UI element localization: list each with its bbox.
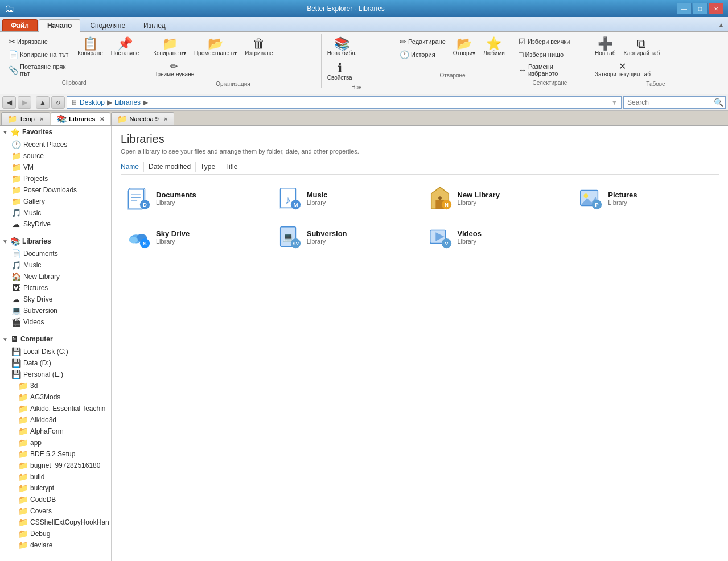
col-title[interactable]: Title <box>220 162 242 172</box>
open-button[interactable]: 📂 Отвори▾ <box>450 35 479 59</box>
sidebar-header-computer[interactable]: ▼ 🖥 Computer <box>0 333 111 345</box>
sidebar-item-bugnet[interactable]: 📁bugnet_997282516180 <box>0 460 111 471</box>
library-item-pictures[interactable]: P Pictures Library <box>573 182 719 214</box>
sidebar-item-pictures[interactable]: 🖼Pictures <box>0 282 111 294</box>
copy-to-button[interactable]: 📁 Копиране в▾ <box>150 35 190 59</box>
sidebar-item-alphaform[interactable]: 📁AlphaForm <box>0 426 111 437</box>
sidebar-item-3d[interactable]: 📁3d <box>0 380 111 391</box>
sidebar-item-poser[interactable]: 📁Poser Downloads <box>0 184 111 196</box>
edit-button[interactable]: ✏Редактиране <box>397 35 449 48</box>
sidebar-item-covers[interactable]: 📁Covers <box>0 505 111 517</box>
up-button[interactable]: ▲ <box>36 96 50 109</box>
sidebar-header-libraries[interactable]: ▼ 📚 Libraries <box>0 235 111 247</box>
tab-libraries-icon: 📚 <box>57 114 67 123</box>
refresh-button[interactable]: ↻ <box>51 96 65 109</box>
properties-button[interactable]: ℹ Свойства <box>324 60 356 83</box>
sidebar-item-recent[interactable]: 🕐Recent Places <box>0 139 111 150</box>
address-box[interactable]: 🖥 Desktop ▶ Libraries ▶ ▼ <box>67 96 622 109</box>
library-item-videos[interactable]: V Videos Library <box>422 220 569 253</box>
close-button[interactable]: ✕ <box>709 3 723 14</box>
sidebar-item-music[interactable]: 🎵Music <box>0 259 111 271</box>
sidebar-item-d[interactable]: 💾Data (D:) <box>0 357 111 369</box>
tab-file[interactable]: Файл <box>2 19 38 31</box>
breadcrumb-libraries[interactable]: Libraries <box>114 98 141 106</box>
forward-button[interactable]: ▶ <box>18 96 31 109</box>
col-date[interactable]: Date modified <box>144 162 196 172</box>
select-all-button[interactable]: ☑Избери всички <box>516 35 584 48</box>
tab-view[interactable]: Изглед <box>135 19 174 31</box>
sidebar-item-app[interactable]: 📁app <box>0 437 111 448</box>
library-item-subversion[interactable]: 💻 SV Subversion Library <box>272 220 418 253</box>
sidebar-item-ag3mods[interactable]: 📁AG3Mods <box>0 391 111 403</box>
library-item-skydrive[interactable]: S Sky Drive Library <box>121 220 267 253</box>
sidebar-item-gallery[interactable]: 📁Gallery <box>0 196 111 207</box>
tab-home[interactable]: Начало <box>39 19 80 32</box>
sidebar-item-codedb[interactable]: 📁CodeDB <box>0 494 111 505</box>
col-type[interactable]: Type <box>196 162 220 172</box>
select-none-button[interactable]: □Избери нищо <box>516 48 584 61</box>
sidebar-item-bulcrypt[interactable]: 📁bulcrypt <box>0 482 111 494</box>
maximize-button[interactable]: □ <box>693 3 708 14</box>
pictures-name: Pictures <box>608 191 637 199</box>
new-library-button[interactable]: 📚 Нова библ. <box>324 35 360 59</box>
sidebar-item-c[interactable]: 💾Local Disk (C:) <box>0 346 111 357</box>
sidebar-computer-section: 💾Local Disk (C:) 💾Data (D:) 💾Personal (E… <box>0 345 111 552</box>
address-dropdown[interactable]: ▼ <box>611 99 618 106</box>
tab-share[interactable]: Споделяне <box>81 19 134 31</box>
move-to-button[interactable]: 📂 Преместване в▾ <box>191 35 240 59</box>
sidebar-item-documents[interactable]: 📄Documents <box>0 248 111 259</box>
sidebar-item-newlibrary[interactable]: 🏠New Library <box>0 271 111 282</box>
paste-button[interactable]: 📌 Поставяне <box>108 35 142 59</box>
sidebar-item-deviare[interactable]: 📁deviare <box>0 539 111 551</box>
sidebar-item-projects[interactable]: 📁Projects <box>0 173 111 184</box>
tab-libraries-close[interactable]: ✕ <box>100 116 104 122</box>
cut-button[interactable]: ✂Изрязване <box>6 35 73 48</box>
sidebar-item-debug[interactable]: 📁Debug <box>0 528 111 539</box>
search-input[interactable] <box>623 96 726 109</box>
tab-temp[interactable]: 📁 Temp ✕ <box>1 112 50 125</box>
tab-temp-close[interactable]: ✕ <box>39 116 44 122</box>
library-item-documents[interactable]: D Documents Library <box>121 182 267 214</box>
library-item-music[interactable]: ♪ M Music Library <box>272 182 418 214</box>
sidebar-item-aikido3d[interactable]: 📁Aikido3d <box>0 414 111 426</box>
sidebar-item-skydrive[interactable]: ☁Sky Drive <box>0 294 111 305</box>
newlibrary-info: New Library Library <box>458 191 500 206</box>
invert-selection-button[interactable]: ↔Размени избраното <box>516 61 584 79</box>
rename-button[interactable]: ✏ Преиме-нуване <box>150 60 198 80</box>
tab-naredba-close[interactable]: ✕ <box>163 116 168 122</box>
sidebar-item-build[interactable]: 📁build <box>0 471 111 482</box>
sidebar-item-vm[interactable]: 📁VM <box>0 162 111 173</box>
copy-path-button[interactable]: 📄Копиране на път <box>6 48 73 61</box>
favorites-button[interactable]: ⭐ Любими <box>480 35 508 59</box>
sidebar-item-csshell[interactable]: 📁CSShellExtCopyHookHan <box>0 517 111 528</box>
sidebar-item-music-fav[interactable]: 🎵Music <box>0 207 111 218</box>
library-item-newlibrary[interactable]: N New Library Library <box>422 182 569 214</box>
new-tab-button[interactable]: ➕ Нов таб <box>591 35 619 59</box>
breadcrumb-desktop[interactable]: Desktop <box>80 98 105 106</box>
delete-button[interactable]: 🗑 Изтриване <box>241 35 276 59</box>
tab-libraries[interactable]: 📚 Libraries ✕ <box>51 112 110 125</box>
sidebar-header-favorites[interactable]: ▼ ⭐ Favorites <box>0 126 111 138</box>
sidebar-item-source[interactable]: 📁source <box>0 150 111 162</box>
back-button[interactable]: ◀ <box>2 96 16 109</box>
sidebar-item-bde[interactable]: 📁BDE 5.2 Setup <box>0 448 111 460</box>
history-button[interactable]: 🕐История <box>397 48 449 61</box>
sidebar-item-videos[interactable]: 🎬Videos <box>0 316 111 328</box>
close-tab-button[interactable]: ✕ Затвори текущия таб <box>591 60 654 80</box>
tab-naredba[interactable]: 📁 Naredba 9 ✕ <box>111 112 174 125</box>
ribbon-collapse[interactable]: ▲ <box>714 19 728 31</box>
search-icon[interactable]: 🔍 <box>714 98 723 107</box>
copy-button[interactable]: 📋 Копиране <box>74 35 106 59</box>
clone-tab-button[interactable]: ⧉ Клонирай таб <box>620 35 664 59</box>
music-name: Music <box>307 191 328 199</box>
col-name[interactable]: Name <box>121 162 144 172</box>
open-group: ✏Редактиране 🕐История 📂 Отвори▾ ⭐ Любими… <box>394 34 513 80</box>
sidebar-item-e[interactable]: 💾Personal (E:) <box>0 369 111 380</box>
svg-text:♪: ♪ <box>285 194 291 206</box>
clipboard-group: ✂Изрязване 📄Копиране на път 📎Поставяне п… <box>3 34 147 87</box>
sidebar-item-subversion[interactable]: 💻Subversion <box>0 305 111 316</box>
minimize-button[interactable]: — <box>677 3 692 14</box>
paste-shortcut-button[interactable]: 📎Поставяне пряк път <box>6 61 73 79</box>
sidebar-item-skydrive-fav[interactable]: ☁SkyDrive <box>0 218 111 230</box>
sidebar-item-aikido-essential[interactable]: 📁Aikido. Essential Teachin <box>0 403 111 414</box>
